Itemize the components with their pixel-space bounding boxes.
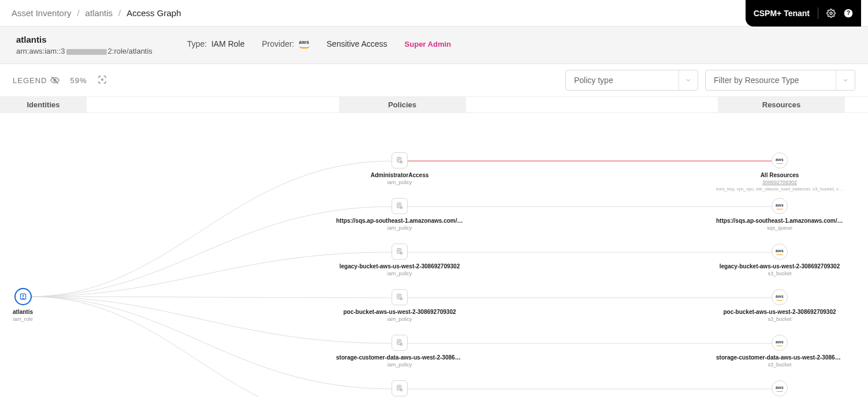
gear-icon[interactable] — [826, 9, 836, 18]
policy-node[interactable]: legacy-bucket-aws-us-west-2-308692709302… — [336, 244, 463, 276]
tenant-label[interactable]: CSPM+ Tenant — [754, 9, 810, 18]
node-subtitle: iam_policy — [388, 316, 412, 322]
resource-node[interactable]: awsAll Resources308692709302kms_key, vpc… — [716, 152, 843, 192]
breadcrumb-current: Access Graph — [126, 8, 181, 18]
eye-off-icon — [50, 76, 59, 85]
policy-icon — [392, 289, 408, 305]
resource-node[interactable]: awslegacy-bucket-aws-us-west-2-308692709… — [716, 244, 843, 276]
node-subtitle: iam_policy — [388, 271, 412, 276]
node-title: https://sqs.ap-southeast-1.amazonaws.com… — [716, 218, 843, 224]
breadcrumb-mid[interactable]: atlantis — [85, 8, 113, 18]
resource-node[interactable]: awstemp-bucket-aws-us-west-2-30869270930… — [716, 380, 843, 397]
aws-icon: aws — [772, 380, 788, 396]
policy-node[interactable]: poc-bucket-aws-us-west-2-308692709302iam… — [336, 289, 463, 322]
aws-icon: aws — [772, 152, 788, 168]
node-subtitle-2: kms_key, vpc_vpc, elb_classic_load_balan… — [716, 186, 843, 192]
policy-node[interactable]: https://sqs.ap-southeast-1.amazonaws.com… — [336, 198, 463, 231]
resource-node[interactable]: awspoc-bucket-aws-us-west-2-308692709302… — [716, 289, 843, 322]
column-identities: Identities — [0, 97, 87, 113]
policy-icon — [392, 380, 408, 396]
node-subtitle: iam_policy — [388, 362, 412, 368]
policy-node[interactable]: temp-bucket-aws-us-west-2-308692709302ia… — [336, 380, 463, 397]
super-admin-badge: Super Admin — [405, 40, 451, 48]
asset-info-bar: atlantis arn:aws:iam::32:role/atlantis T… — [0, 27, 868, 64]
legend-toggle[interactable]: LEGEND — [13, 76, 59, 85]
policy-icon — [392, 198, 408, 214]
node-subtitle: s3_bucket — [768, 271, 791, 276]
fit-screen-icon[interactable] — [98, 75, 107, 86]
node-title: poc-bucket-aws-us-west-2-308692709302 — [343, 309, 456, 315]
aws-icon: aws — [772, 289, 788, 305]
arn-redacted — [66, 49, 107, 55]
policy-node[interactable]: storage-customer-data-aws-us-west-2-3086… — [336, 335, 463, 368]
node-subtitle: iam_role — [13, 316, 33, 322]
chevron-down-icon — [836, 70, 849, 90]
identity-icon — [14, 288, 32, 305]
svg-point-5 — [101, 78, 103, 80]
tenant-divider — [818, 8, 818, 19]
node-subtitle: s3_bucket — [768, 316, 791, 322]
column-resources: Resources — [718, 97, 845, 113]
breadcrumb-sep: / — [118, 8, 121, 18]
provider-label: Provider: — [262, 39, 294, 48]
resource-node[interactable]: awsstorage-customer-data-aws-us-west-2-3… — [716, 335, 843, 368]
policy-icon — [392, 244, 408, 260]
asset-title: atlantis — [16, 35, 152, 44]
aws-icon: aws — [772, 198, 788, 214]
node-title: poc-bucket-aws-us-west-2-308692709302 — [723, 309, 836, 315]
policy-node[interactable]: AdministratorAccessiam_policy — [336, 152, 463, 185]
node-subtitle: sqs_queue — [767, 225, 792, 231]
identity-node[interactable]: atlantis iam_role — [13, 288, 33, 322]
policy-type-select[interactable]: Policy type — [565, 70, 698, 91]
node-subtitle: iam_policy — [388, 225, 412, 231]
node-title: atlantis — [13, 309, 33, 315]
svg-text:?: ? — [847, 10, 850, 16]
graph-canvas[interactable]: atlantis iam_role AdministratorAccessiam… — [0, 113, 868, 397]
node-title: https://sqs.ap-southeast-1.amazonaws.com… — [336, 218, 463, 224]
breadcrumb: Asset Inventory / atlantis / Access Grap… — [12, 8, 181, 18]
node-title: legacy-bucket-aws-us-west-2-308692709302 — [720, 263, 840, 269]
tenant-bar: CSPM+ Tenant ? — [746, 0, 861, 27]
zoom-level: 59% — [70, 76, 87, 85]
node-title: legacy-bucket-aws-us-west-2-308692709302 — [340, 263, 460, 269]
svg-point-0 — [830, 12, 832, 14]
svg-point-13 — [22, 295, 24, 297]
sensitive-access-label: Sensitive Access — [327, 39, 388, 48]
node-title: storage-customer-data-aws-us-west-2-3086… — [716, 354, 843, 361]
chevron-down-icon — [679, 70, 692, 90]
policy-icon — [392, 152, 408, 168]
breadcrumb-root[interactable]: Asset Inventory — [12, 8, 71, 18]
type-label: Type: — [187, 39, 207, 48]
aws-icon: aws — [772, 335, 788, 351]
asset-arn: arn:aws:iam::32:role/atlantis — [16, 47, 152, 55]
node-title: All Resources — [761, 172, 799, 178]
type-value: IAM Role — [211, 39, 245, 48]
node-subtitle: 308692709302 — [762, 179, 797, 185]
node-title: storage-customer-data-aws-us-west-2-3086… — [336, 354, 463, 361]
column-policies: Policies — [339, 97, 466, 113]
node-subtitle: s3_bucket — [768, 362, 791, 368]
policy-icon — [392, 335, 408, 351]
node-subtitle: iam_policy — [388, 179, 412, 185]
node-title: AdministratorAccess — [371, 172, 429, 178]
resource-type-select[interactable]: Filter by Resource Type — [705, 70, 855, 91]
breadcrumb-sep: / — [77, 8, 79, 18]
resource-node[interactable]: awshttps://sqs.ap-southeast-1.amazonaws.… — [716, 198, 843, 231]
help-icon[interactable]: ? — [844, 9, 853, 18]
aws-icon: aws — [772, 244, 788, 260]
aws-icon: aws — [299, 40, 310, 48]
